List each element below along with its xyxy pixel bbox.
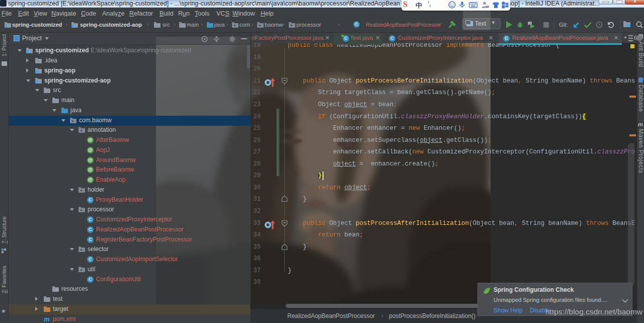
svg-text:10: 10: [486, 6, 489, 8]
